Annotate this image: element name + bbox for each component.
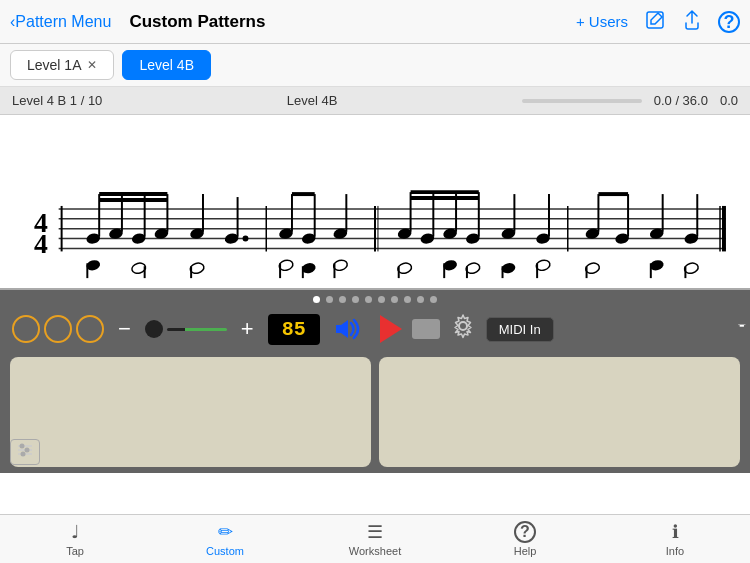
minus-button[interactable]: − [114, 318, 135, 340]
svg-point-92 [20, 444, 25, 449]
dot-9[interactable] [417, 296, 424, 303]
pad-left[interactable] [10, 357, 371, 467]
record-button[interactable] [412, 319, 440, 339]
help-label: Help [514, 545, 537, 557]
nav-custom[interactable]: ✏ Custom [150, 521, 300, 557]
svg-point-29 [243, 236, 249, 242]
level-indicator: Level 4 B 1 / 10 [12, 93, 102, 108]
info-icon: ℹ [672, 521, 679, 543]
share-icon-button[interactable] [682, 9, 702, 34]
nav-help[interactable]: ? Help [450, 521, 600, 557]
info-bar: Level 4 B 1 / 10 Level 4B 0.0 / 36.0 0.0 [0, 87, 750, 115]
slider-track [167, 328, 227, 331]
svg-point-88 [459, 322, 467, 330]
nav-right: + Users ? [576, 9, 740, 34]
tap-label: Tap [66, 545, 84, 557]
tab-level4b[interactable]: Level 4B [122, 50, 210, 80]
loop-button-1[interactable] [12, 315, 40, 343]
loop-button-2[interactable] [44, 315, 72, 343]
custom-label: Custom [206, 545, 244, 557]
custom-icon: ✏ [218, 521, 233, 543]
dot-10[interactable] [430, 296, 437, 303]
play-button[interactable] [380, 315, 402, 343]
midi-in-button[interactable]: MIDI In [486, 317, 554, 342]
help-icon: ? [514, 521, 536, 543]
tempo-slider[interactable] [145, 320, 227, 338]
dot-3[interactable] [339, 296, 346, 303]
loop-buttons [12, 315, 104, 343]
bpm-display: 85 [268, 314, 320, 345]
mixer-button[interactable] [10, 439, 40, 465]
svg-point-93 [25, 448, 30, 453]
pad-area [0, 351, 750, 473]
dot-4[interactable] [352, 296, 359, 303]
score-display: 0.0 / 36.0 [654, 93, 708, 108]
nav-worksheet[interactable]: ☰ Worksheet [300, 521, 450, 557]
tab-level1a[interactable]: Level 1A ✕ [10, 50, 114, 80]
settings-button[interactable] [450, 313, 476, 345]
dot-2[interactable] [326, 296, 333, 303]
dot-8[interactable] [404, 296, 411, 303]
lower-section: − + 85 [0, 290, 750, 473]
top-nav: ‹ Pattern Menu Custom Patterns + Users ? [0, 0, 750, 44]
dot-7[interactable] [391, 296, 398, 303]
back-button[interactable]: ‹ Pattern Menu [10, 13, 111, 31]
users-button[interactable]: + Users [576, 13, 628, 30]
tabs-bar: Level 1A ✕ Level 4B [0, 44, 750, 87]
help-icon-button[interactable]: ? [718, 11, 740, 33]
info-label: Info [666, 545, 684, 557]
extra-score: 0.0 [720, 93, 738, 108]
bottom-nav: ♩ Tap ✏ Custom ☰ Worksheet ? Help ℹ Info [0, 514, 750, 563]
controls-row: − + 85 [0, 307, 750, 351]
progress-bar [522, 99, 642, 103]
tap-icon: ♩ [71, 521, 79, 543]
svg-text:4: 4 [34, 228, 48, 259]
sound-button[interactable] [330, 315, 370, 343]
svg-rect-0 [647, 12, 663, 28]
worksheet-icon: ☰ [367, 521, 383, 543]
slider-knob[interactable] [145, 320, 163, 338]
info-right: 0.0 / 36.0 0.0 [522, 93, 738, 108]
dot-1[interactable] [313, 296, 320, 303]
edit-icon-button[interactable] [644, 9, 666, 34]
tab-close-icon[interactable]: ✕ [87, 58, 97, 72]
level-center: Level 4B [102, 93, 521, 108]
page-title: Custom Patterns [129, 12, 265, 32]
notation-area: 4 4 [0, 115, 750, 290]
tab-label: Level 1A [27, 57, 81, 73]
tab-label: Level 4B [139, 57, 193, 73]
svg-point-94 [21, 452, 26, 457]
worksheet-label: Worksheet [349, 545, 401, 557]
dot-6[interactable] [378, 296, 385, 303]
loop-button-3[interactable] [76, 315, 104, 343]
nav-info[interactable]: ℹ Info [600, 521, 750, 557]
plus-button[interactable]: + [237, 318, 258, 340]
nav-tap[interactable]: ♩ Tap [0, 521, 150, 557]
main-content: ‹ Pattern Menu Custom Patterns + Users ?… [0, 0, 750, 514]
dot-5[interactable] [365, 296, 372, 303]
pad-right[interactable] [379, 357, 740, 467]
pattern-menu-label[interactable]: Pattern Menu [15, 13, 111, 31]
page-dots [0, 290, 750, 307]
